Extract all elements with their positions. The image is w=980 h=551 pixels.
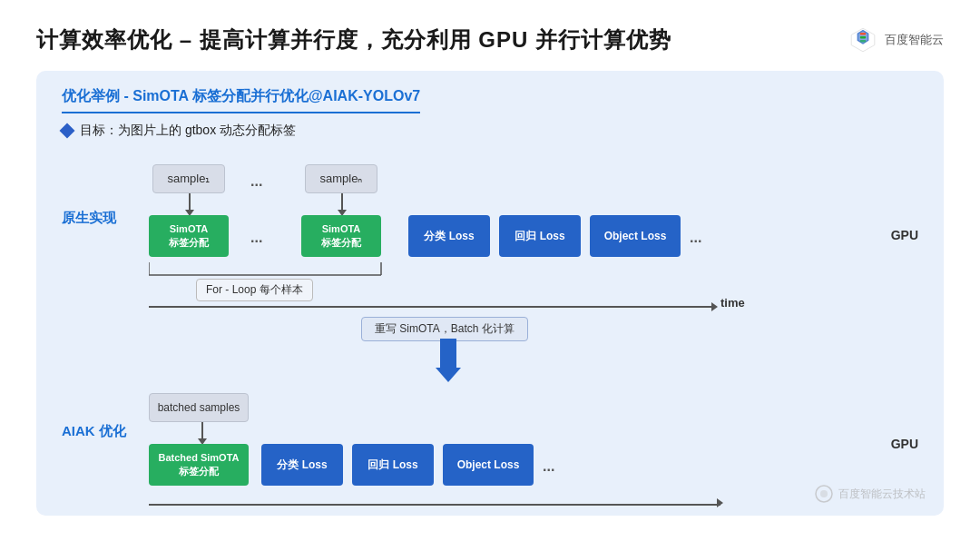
cls-loss1-box: 分类 Loss — [408, 215, 490, 257]
diamond-icon — [60, 123, 75, 139]
arrow-batched-down — [198, 422, 207, 445]
svg-rect-4 — [860, 36, 866, 38]
svg-rect-3 — [860, 33, 866, 34]
aiak-label: AIAK 优化 — [62, 423, 126, 440]
big-down-arrow — [436, 339, 461, 382]
gpu-label-bottom: GPU — [891, 437, 918, 451]
bottom-line — [149, 504, 720, 506]
dots-after-obj2: ... — [543, 458, 554, 475]
batched-samples-box: batched samples — [149, 393, 249, 422]
for-loop-label: For - Loop 每个样本 — [196, 279, 313, 301]
goal-line: 目标：为图片上的 gtbox 动态分配标签 — [62, 123, 918, 139]
header: 计算效率优化 – 提高计算并行度，充分利用 GPU 并行计算优势 百度智能云 — [36, 25, 944, 54]
dots-mid: ... — [250, 230, 262, 246]
gpu-label-top: GPU — [891, 228, 918, 242]
dots-after-obj1: ... — [690, 230, 701, 246]
sample1-box: sample₁ — [152, 164, 225, 193]
simota2-box: SimOTA 标签分配 — [301, 215, 381, 257]
diagram: 原生实现 AIAK 优化 GPU GPU sample₁ ... sampleₙ — [62, 155, 918, 518]
cls-loss2-box: 分类 Loss — [261, 444, 343, 486]
goal-text: 目标：为图片上的 gtbox 动态分配标签 — [80, 123, 296, 139]
time-label: time — [720, 296, 745, 310]
watermark: 百度智能云技术站 — [815, 485, 926, 503]
svg-rect-5 — [860, 40, 866, 42]
bottom-time-arrow-head — [717, 498, 723, 507]
baidu-logo-icon — [848, 25, 877, 54]
watermark-text: 百度智能云技术站 — [838, 487, 926, 502]
content-box: 优化举例 - SimOTA 标签分配并行优化@AIAK-YOLOv7 目标：为图… — [36, 71, 944, 516]
arrow-sample1-down — [185, 193, 194, 216]
obj-loss2-box: Object Loss — [443, 444, 534, 486]
section-title: 优化举例 - SimOTA 标签分配并行优化@AIAK-YOLOv7 — [62, 87, 420, 113]
watermark-icon — [815, 485, 833, 503]
samplen-box: sampleₙ — [305, 164, 377, 193]
reg-loss1-box: 回归 Loss — [499, 215, 581, 257]
svg-point-10 — [820, 490, 828, 497]
time-arrow — [149, 302, 718, 311]
dots-top: ... — [250, 173, 262, 190]
arrow-samplen-down — [338, 193, 347, 216]
logo-text: 百度智能云 — [885, 32, 944, 48]
bracket-svg-top — [149, 262, 403, 280]
simota1-box: SimOTA 标签分配 — [149, 215, 229, 257]
logo-area: 百度智能云 — [848, 25, 944, 54]
orig-label: 原生实现 — [62, 210, 116, 227]
page: 计算效率优化 – 提高计算并行度，充分利用 GPU 并行计算优势 百度智能云 优… — [0, 0, 980, 551]
obj-loss1-box: Object Loss — [590, 215, 681, 257]
batched-simota-box: Batched SimOTA 标签分配 — [149, 444, 249, 486]
rewrite-box: 重写 SimOTA，Batch 化计算 — [361, 317, 528, 341]
page-title: 计算效率优化 – 提高计算并行度，充分利用 GPU 并行计算优势 — [36, 25, 671, 54]
reg-loss2-box: 回归 Loss — [352, 444, 434, 486]
